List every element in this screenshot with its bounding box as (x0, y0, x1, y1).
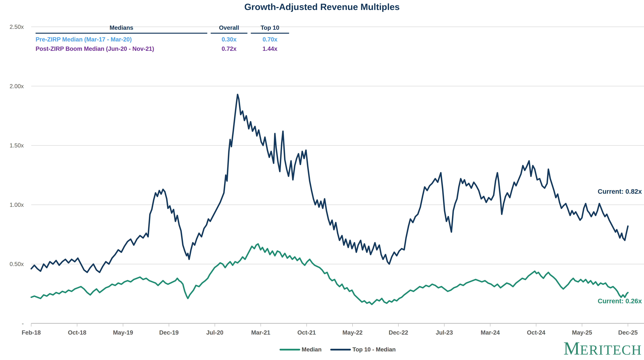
x-axis-label: Mar-21 (251, 329, 270, 336)
table-header-1: Overall (211, 24, 248, 34)
series-line-median (31, 244, 628, 304)
y-axis-label: 2.50x (10, 24, 24, 30)
logo-rest: ERITECH (580, 342, 642, 358)
x-axis-label: Jul-23 (436, 329, 453, 336)
x-axis-label: Dec-22 (389, 329, 408, 336)
series-line-top-10-median (31, 94, 628, 272)
legend-label: Top 10 - Median (352, 346, 396, 353)
y-axis-label: 1.50x (10, 142, 24, 149)
table-row-overall: 0.30x (211, 34, 248, 43)
x-axis-label: May-22 (342, 329, 362, 336)
table-row-top10: 0.70x (251, 34, 289, 43)
x-axis-label: Feb-18 (22, 329, 41, 336)
y-axis-label: 1.00x (10, 202, 24, 208)
current-value-annotation: Current: 0.82x (598, 188, 642, 195)
y-axis-label: - (22, 320, 24, 327)
table-row-top10: 1.44x (251, 43, 289, 52)
table-header-0: Medians (36, 24, 207, 34)
x-axis-label: Oct-21 (297, 329, 316, 336)
x-axis-label: Dec-19 (159, 329, 179, 336)
revenue-multiples-chart: 2.50x2.00x1.50x1.00x0.50x-Feb-18Oct-18Ma… (0, 0, 644, 360)
medians-table: MediansOverallTop 10Pre-ZIRP Median (Mar… (36, 24, 289, 52)
x-axis-label: Jul-20 (206, 329, 223, 336)
x-axis-label: May-25 (572, 329, 592, 336)
x-axis-label: May-19 (113, 329, 133, 336)
x-axis-label: Mar-24 (481, 329, 500, 336)
chart-page: 2.50x2.00x1.50x1.00x0.50x-Feb-18Oct-18Ma… (0, 0, 644, 360)
meritech-logo: MERITECH (564, 338, 642, 359)
legend-item-top-10-median: Top 10 - Median (330, 346, 396, 353)
legend-line-swatch (330, 349, 351, 351)
y-axis-label: 0.50x (10, 261, 24, 267)
table-row-label: Pre-ZIRP Median (Mar-17 - Mar-20) (36, 34, 207, 43)
table-row-label: Post-ZIRP Boom Median (Jun-20 - Nov-21) (36, 43, 207, 52)
x-axis-label: Oct-18 (68, 329, 86, 336)
y-axis-label: 2.00x (10, 83, 24, 89)
legend-line-swatch (280, 349, 300, 351)
x-axis-label: Oct-24 (527, 329, 545, 336)
table-row-overall: 0.72x (211, 43, 248, 52)
page-title: Growth-Adjusted Revenue Multiples (0, 1, 644, 12)
table-header-2: Top 10 (251, 24, 289, 34)
x-axis-label: Dec-25 (618, 329, 638, 336)
chart-legend: MedianTop 10 - Median (31, 346, 644, 353)
logo-initial: M (564, 338, 580, 359)
legend-label: Median (302, 346, 322, 353)
current-value-annotation: Current: 0.26x (598, 297, 642, 305)
legend-item-median: Median (280, 346, 322, 353)
